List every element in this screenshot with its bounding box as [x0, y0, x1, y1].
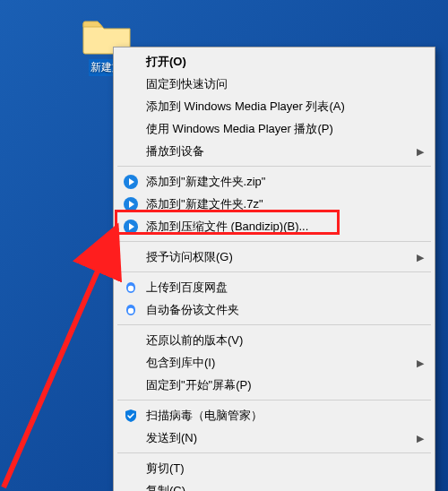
menu-separator [117, 400, 431, 401]
menu-cut-label: 剪切(T) [146, 461, 185, 477]
menu-add-wmp-list-label: 添加到 Windows Media Player 列表(A) [146, 99, 345, 115]
menu-baidu-upload-label: 上传到百度网盘 [146, 280, 228, 296]
menu-copy-label: 复制(C) [146, 483, 185, 492]
submenu-arrow-icon: ▶ [417, 145, 424, 157]
menu-include-in-library[interactable]: 包含到库中(I) ▶ [116, 351, 433, 374]
svg-point-4 [128, 307, 134, 313]
menu-pin-to-start[interactable]: 固定到"开始"屏幕(P) [116, 374, 433, 396]
svg-point-3 [128, 285, 134, 290]
menu-copy[interactable]: 复制(C) [116, 479, 433, 491]
menu-restore-label: 还原以前的版本(V) [146, 332, 243, 349]
menu-add-wmp-list[interactable]: 添加到 Windows Media Player 列表(A) [116, 95, 433, 117]
menu-include-lib-label: 包含到库中(I) [146, 355, 215, 371]
submenu-arrow-icon: ▶ [417, 357, 424, 368]
menu-send-to[interactable]: 发送到(N) ▶ [116, 426, 433, 449]
menu-grant-access[interactable]: 授予访问权限(G) ▶ [116, 246, 433, 268]
menu-open-label: 打开(O) [146, 54, 186, 70]
menu-cast-label: 播放到设备 [146, 143, 204, 159]
menu-add-to-7z[interactable]: 添加到"新建文件夹.7z" [116, 193, 433, 215]
menu-baidu-backup[interactable]: 自动备份该文件夹 [116, 298, 433, 321]
menu-pin-quick-access[interactable]: 固定到快速访问 [116, 73, 433, 95]
menu-scan-virus[interactable]: 扫描病毒（电脑管家） [116, 404, 433, 426]
menu-add-to-archive-bandizip[interactable]: 添加到压缩文件 (Bandizip)(B)... [116, 215, 433, 237]
menu-grant-access-label: 授予访问权限(G) [146, 249, 233, 265]
menu-scan-virus-label: 扫描病毒（电脑管家） [146, 408, 263, 424]
menu-add-archive-label: 添加到压缩文件 (Bandizip)(B)... [146, 219, 308, 235]
menu-add-7z-label: 添加到"新建文件夹.7z" [146, 196, 263, 212]
menu-separator [117, 271, 431, 272]
menu-separator [117, 166, 431, 167]
submenu-arrow-icon: ▶ [417, 432, 424, 444]
annotation-arrow-icon [0, 220, 130, 491]
menu-send-to-label: 发送到(N) [146, 430, 197, 446]
menu-add-to-zip[interactable]: 添加到"新建文件夹.zip" [116, 170, 433, 193]
menu-baidu-backup-label: 自动备份该文件夹 [146, 302, 239, 318]
menu-pin-start-label: 固定到"开始"屏幕(P) [146, 377, 252, 393]
baidu-icon [123, 280, 139, 296]
menu-restore-previous[interactable]: 还原以前的版本(V) [116, 329, 433, 351]
menu-cut[interactable]: 剪切(T) [116, 457, 433, 479]
menu-add-zip-label: 添加到"新建文件夹.zip" [146, 174, 265, 190]
bandizip-icon [123, 196, 139, 212]
menu-open[interactable]: 打开(O) [116, 50, 433, 73]
menu-play-wmp-label: 使用 Windows Media Player 播放(P) [146, 121, 333, 137]
baidu-icon [123, 302, 139, 318]
bandizip-icon [123, 219, 139, 235]
menu-pin-quick-label: 固定到快速访问 [146, 76, 228, 92]
menu-separator [117, 241, 431, 242]
menu-baidu-upload[interactable]: 上传到百度网盘 [116, 276, 433, 298]
menu-separator [117, 452, 431, 453]
menu-play-wmp[interactable]: 使用 Windows Media Player 播放(P) [116, 117, 433, 140]
svg-line-5 [4, 228, 116, 487]
bandizip-icon [123, 174, 139, 190]
context-menu: 打开(O) 固定到快速访问 添加到 Windows Media Player 列… [113, 47, 435, 491]
qqpc-shield-icon [123, 408, 139, 424]
menu-separator [117, 324, 431, 325]
submenu-arrow-icon: ▶ [417, 251, 424, 263]
menu-cast-to-device[interactable]: 播放到设备 ▶ [116, 140, 433, 162]
